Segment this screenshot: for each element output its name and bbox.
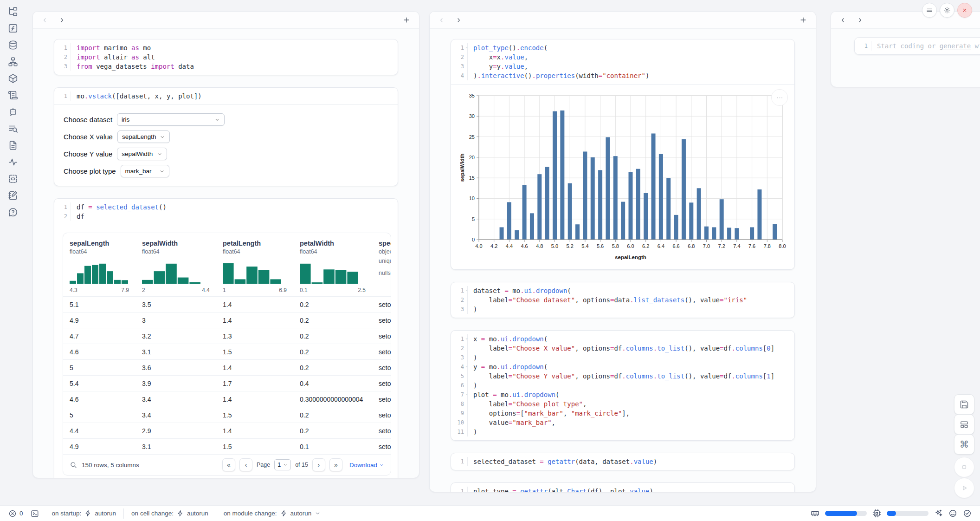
terminal-button[interactable] (31, 509, 39, 518)
first-page-button[interactable]: « (222, 458, 235, 471)
line-number: 1⌄ (451, 334, 468, 344)
code-cell-xy-plot-dropdowns[interactable]: 1⌄x = mo.ui.dropdown(2 label="Choose X v… (451, 330, 795, 441)
code-editor[interactable]: 1df = selected_dataset()2df (54, 199, 398, 225)
table-row[interactable]: 4.63.41.40.3000000000000004setosa (63, 391, 391, 407)
cpu-icon (872, 509, 881, 518)
code-editor[interactable]: 1selected_dataset = getattr(data, datase… (451, 453, 794, 470)
prev-cell-icon[interactable] (839, 17, 846, 24)
code-editor[interactable]: 1⌄plot_type().encode(2 x=x.value,3 y=y.v… (451, 39, 794, 84)
close-panel-button[interactable] (957, 3, 972, 18)
code-cell-vstack[interactable]: 1mo.vstack([dataset, x, y, plot])Choose … (54, 87, 398, 186)
code-editor[interactable]: 1import marimo as mo2import altair as al… (54, 39, 398, 75)
next-cell-icon[interactable] (455, 17, 462, 24)
file-text-icon[interactable] (8, 140, 18, 150)
code-cell-plot[interactable]: 1⌄plot_type().encode(2 x=x.value,3 y=y.v… (451, 39, 795, 270)
code-cell-selected-dataset[interactable]: 1selected_dataset = getattr(data, datase… (451, 453, 795, 470)
code-editor[interactable]: 1⌄dataset = mo.ui.dropdown(2 label="Choo… (451, 282, 794, 318)
next-page-button[interactable]: › (312, 458, 325, 471)
fold-marker[interactable]: ⌄ (465, 392, 468, 396)
errors-indicator[interactable]: 0 (8, 509, 23, 518)
code-cell-plot-type[interactable]: 1plot_type = getattr(alt.Chart(df), plot… (451, 482, 795, 492)
table-row[interactable]: 53.41.50.2setosa (63, 407, 391, 423)
table-row[interactable]: 4.93.11.50.1setosa (63, 438, 391, 454)
page-select[interactable]: 1 (274, 459, 291, 470)
fold-marker[interactable]: ⌄ (465, 364, 468, 368)
column-header-petalLength[interactable]: petalLengthfloat6416.9 (216, 240, 293, 293)
fold-marker[interactable]: ⌄ (465, 336, 468, 340)
scratchpad-cell[interactable]: 1 Start coding or generate with AI (854, 37, 980, 55)
on-module-change-setting[interactable]: on module change: autorun (224, 510, 321, 517)
code-block-icon[interactable] (8, 174, 18, 184)
next-cell-icon[interactable] (857, 17, 864, 24)
table-cell: 1.5 (216, 443, 293, 450)
scratchpad-panel: 1 Start coding or generate with AI (831, 11, 980, 87)
prev-cell-icon[interactable] (438, 17, 445, 24)
keyboard-shortcuts-button[interactable]: ⌘ (954, 434, 974, 455)
run-button[interactable] (954, 478, 974, 498)
on-startup-setting[interactable]: on startup: autorun (52, 510, 116, 517)
code-editor[interactable]: 1⌄x = mo.ui.dropdown(2 label="Choose X v… (451, 331, 794, 440)
prev-page-button[interactable]: ‹ (239, 458, 252, 471)
page-value: 1 (277, 462, 281, 468)
code-editor[interactable]: 1mo.vstack([dataset, x, y, plot]) (54, 88, 398, 104)
table-row[interactable]: 5.13.51.40.2setosa (63, 296, 391, 312)
search-icon[interactable] (70, 461, 77, 469)
column-header-species[interactable]: speciesobjectunique:nulls: (372, 240, 391, 293)
code-line: 2 x=x.value, (451, 52, 794, 62)
column-name: sepalWidth (142, 240, 216, 247)
package-icon[interactable] (8, 73, 18, 84)
database-icon[interactable] (8, 40, 18, 50)
dropdown-select-choose-y-value[interactable]: sepalWidth (117, 148, 167, 160)
next-cell-icon[interactable] (58, 17, 65, 24)
add-cell-icon[interactable] (799, 16, 807, 24)
column-header-sepalLength[interactable]: sepalLengthfloat644.37.9 (63, 240, 135, 293)
menu-button[interactable] (922, 3, 937, 18)
table-row[interactable]: 4.42.91.40.2setosa (63, 423, 391, 438)
table-row[interactable]: 4.63.11.50.2setosa (63, 344, 391, 359)
assistant-icon[interactable] (948, 509, 957, 518)
last-page-button[interactable]: » (329, 458, 342, 471)
fold-marker[interactable]: ⌄ (465, 45, 468, 49)
ai-sparkles-icon[interactable] (934, 509, 943, 518)
table-row[interactable]: 5.43.91.70.4setosa (63, 375, 391, 391)
on-cell-change-setting[interactable]: on cell change: autorun (131, 510, 208, 517)
table-row[interactable]: 4.73.21.30.2setosa (63, 328, 391, 344)
column-header-sepalWidth[interactable]: sepalWidthfloat6424.4 (135, 240, 216, 293)
file-tree-icon[interactable] (8, 7, 18, 17)
chart-menu-button[interactable] (771, 89, 788, 106)
column-header-petalWidth[interactable]: petalWidthfloat640.12.5 (293, 240, 372, 293)
save-button[interactable] (954, 394, 974, 415)
settings-button[interactable] (940, 3, 954, 18)
notebook-pen-icon[interactable] (8, 190, 18, 201)
chat-bot-icon[interactable] (8, 107, 18, 117)
svg-text:7.6: 7.6 (748, 243, 755, 249)
code-line: 2import altair as alt (54, 52, 398, 62)
bar-chart[interactable]: 4.04.24.44.64.85.05.25.45.65.86.06.26.46… (458, 89, 788, 262)
table-row[interactable]: 53.61.40.2setosa (63, 359, 391, 375)
list-search-icon[interactable] (8, 124, 18, 134)
dropdown-select-choose-dataset[interactable]: iris (117, 113, 225, 126)
dropdown-select-choose-x-value[interactable]: sepalLength (117, 130, 170, 143)
activity-icon[interactable] (8, 157, 18, 167)
table-cell: 4.4 (63, 427, 135, 435)
code-cell-dataframe[interactable]: 1df = selected_dataset()2dfsepalLengthfl… (54, 198, 398, 478)
dropdown-select-choose-plot-type[interactable]: mark_bar (121, 165, 169, 177)
prev-cell-icon[interactable] (41, 17, 48, 24)
code-editor[interactable]: 1plot_type = getattr(alt.Chart(df), plot… (451, 483, 794, 492)
code-cell-dataset-dropdown[interactable]: 1⌄dataset = mo.ui.dropdown(2 label="Choo… (451, 282, 795, 318)
code-cell-imports[interactable]: 1import marimo as mo2import altair as al… (54, 39, 398, 75)
layout-toggle-button[interactable] (954, 414, 974, 435)
stop-button[interactable] (954, 457, 974, 477)
fold-marker[interactable]: ⌄ (465, 288, 468, 292)
table-row[interactable]: 4.931.40.2setosa (63, 312, 391, 328)
selected-value: iris (122, 116, 129, 123)
help-circle-icon[interactable] (8, 207, 18, 217)
generate-link[interactable]: generate (940, 42, 971, 50)
table-cell: 3.2 (135, 332, 216, 340)
scroll-text-icon[interactable] (8, 90, 18, 100)
code-editor-placeholder[interactable]: Start coding or generate with AI (871, 41, 980, 51)
dependency-graph-icon[interactable] (8, 57, 18, 67)
add-cell-icon[interactable] (402, 16, 411, 24)
download-button[interactable]: Download (349, 462, 384, 469)
function-square-icon[interactable] (8, 23, 18, 33)
